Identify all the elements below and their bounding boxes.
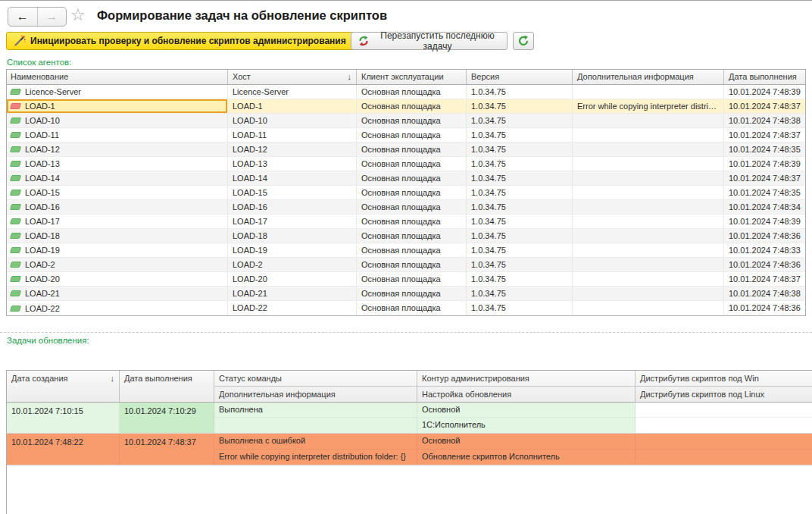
agent-row[interactable]: LOAD-22LOAD-22Основная площадка1.0.34.75… (7, 301, 805, 315)
column-header-name[interactable]: Наименование (7, 70, 228, 84)
agent-info-cell[interactable] (573, 85, 724, 99)
agent-name-cell[interactable]: LOAD-10 (7, 114, 228, 127)
task-status-cell[interactable]: Выполнена (214, 403, 417, 433)
agent-client-cell[interactable]: Основная площадка (357, 157, 467, 171)
task-row[interactable]: 10.01.2024 7:48:2210.01.2024 7:48:37Выпо… (7, 434, 812, 465)
task-executed-cell[interactable]: 10.01.2024 7:10:29 (120, 403, 214, 433)
agent-client-cell[interactable]: Основная площадка (357, 128, 467, 142)
agent-host-cell[interactable]: LOAD-16 (228, 200, 357, 214)
agent-date-cell[interactable]: 10.01.2024 7:48:37 (724, 272, 805, 286)
task-distrib-cell[interactable] (636, 434, 812, 465)
column-header-status-info[interactable]: Статус команды Дополнительная информация (214, 371, 417, 402)
agent-row[interactable]: LOAD-17LOAD-17Основная площадка1.0.34.75… (7, 215, 805, 229)
agent-row[interactable]: LOAD-10LOAD-10Основная площадка1.0.34.75… (7, 114, 805, 128)
agent-host-cell[interactable]: LOAD-19 (228, 243, 357, 257)
agent-client-cell[interactable]: Основная площадка (357, 186, 467, 199)
agent-host-cell[interactable]: LOAD-20 (228, 272, 357, 286)
agent-client-cell[interactable]: Основная площадка (357, 200, 467, 214)
agent-info-cell[interactable] (573, 229, 724, 243)
agent-version-cell[interactable]: 1.0.34.75 (467, 258, 573, 271)
agent-info-cell[interactable] (573, 157, 724, 171)
agent-name-cell[interactable]: LOAD-1 (7, 99, 228, 113)
agent-version-cell[interactable]: 1.0.34.75 (467, 243, 573, 257)
agent-version-cell[interactable]: 1.0.34.75 (467, 99, 573, 113)
column-header-executed[interactable]: Дата выполнения (120, 371, 214, 402)
agent-date-cell[interactable]: 10.01.2024 7:48:36 (724, 258, 805, 271)
agent-date-cell[interactable]: 10.01.2024 7:48:39 (724, 157, 805, 171)
agent-row[interactable]: LOAD-14LOAD-14Основная площадка1.0.34.75… (7, 171, 805, 186)
agent-host-cell[interactable]: LOAD-10 (228, 114, 357, 127)
agent-row[interactable]: LOAD-15LOAD-15Основная площадка1.0.34.75… (7, 186, 805, 200)
column-header-version[interactable]: Версия (467, 70, 573, 84)
agent-client-cell[interactable]: Основная площадка (357, 301, 467, 315)
agent-host-cell[interactable]: LOAD-17 (228, 215, 357, 228)
agent-client-cell[interactable]: Основная площадка (357, 99, 467, 113)
agent-client-cell[interactable]: Основная площадка (357, 229, 467, 243)
task-distrib-cell[interactable] (636, 403, 812, 433)
agent-client-cell[interactable]: Основная площадка (357, 258, 467, 271)
agent-version-cell[interactable]: 1.0.34.75 (467, 171, 573, 185)
init-update-button[interactable]: Инициировать проверку и обновление скрип… (6, 32, 354, 50)
agent-info-cell[interactable] (573, 200, 724, 214)
agent-info-cell[interactable] (573, 243, 724, 257)
agent-name-cell[interactable]: LOAD-14 (7, 171, 228, 185)
agent-name-cell[interactable]: LOAD-19 (7, 243, 228, 257)
column-header-client[interactable]: Клиент эксплуатации (357, 70, 467, 84)
splitter-handle[interactable] (0, 332, 812, 333)
agent-row[interactable]: LOAD-12LOAD-12Основная площадка1.0.34.75… (7, 143, 805, 157)
agent-host-cell[interactable]: LOAD-1 (228, 99, 357, 113)
agent-date-cell[interactable]: 10.01.2024 7:48:36 (724, 229, 805, 243)
agent-name-cell[interactable]: LOAD-18 (7, 229, 228, 243)
agent-version-cell[interactable]: 1.0.34.75 (467, 200, 573, 214)
agent-version-cell[interactable]: 1.0.34.75 (467, 143, 573, 156)
task-created-cell[interactable]: 10.01.2024 7:10:15 (7, 403, 120, 433)
agent-row[interactable]: LOAD-19LOAD-19Основная площадка1.0.34.75… (7, 243, 805, 258)
agent-row[interactable]: LOAD-16LOAD-16Основная площадка1.0.34.75… (7, 200, 805, 215)
agent-host-cell[interactable]: LOAD-21 (228, 287, 357, 300)
favorite-star-icon[interactable]: ☆ (70, 5, 86, 25)
refresh-button[interactable] (513, 32, 534, 50)
agent-name-cell[interactable]: LOAD-20 (7, 272, 228, 286)
agent-date-cell[interactable]: 10.01.2024 7:48:38 (724, 287, 805, 300)
agent-client-cell[interactable]: Основная площадка (357, 287, 467, 300)
restart-last-task-button[interactable]: Перезапустить последнюю задачу (351, 32, 508, 50)
agent-row[interactable]: LOAD-11LOAD-11Основная площадка1.0.34.75… (7, 128, 805, 143)
task-created-cell[interactable]: 10.01.2024 7:48:22 (7, 434, 120, 465)
agent-name-cell[interactable]: Licence-Server (7, 85, 228, 99)
agent-name-cell[interactable]: LOAD-12 (7, 143, 228, 156)
agent-date-cell[interactable]: 10.01.2024 7:48:39 (724, 85, 805, 99)
column-header-host[interactable]: Хост ↓ (228, 70, 357, 84)
agent-host-cell[interactable]: LOAD-22 (228, 301, 357, 315)
agent-info-cell[interactable] (573, 143, 724, 156)
agent-host-cell[interactable]: LOAD-2 (228, 258, 357, 271)
task-contour-cell[interactable]: ОсновнойОбновление скриптов Исполнитель (417, 434, 636, 465)
agent-client-cell[interactable]: Основная площадка (357, 85, 467, 99)
agent-client-cell[interactable]: Основная площадка (357, 215, 467, 228)
task-status-cell[interactable]: Выполнена с ошибкойError while copying i… (214, 434, 417, 465)
agent-date-cell[interactable]: 10.01.2024 7:48:37 (724, 128, 805, 142)
agent-date-cell[interactable]: 10.01.2024 7:48:38 (724, 114, 805, 127)
task-contour-cell[interactable]: Основной1С:Исполнитель (417, 403, 636, 433)
agent-host-cell[interactable]: LOAD-18 (228, 229, 357, 243)
agent-row[interactable]: LOAD-13LOAD-13Основная площадка1.0.34.75… (7, 157, 805, 171)
agent-version-cell[interactable]: 1.0.34.75 (467, 287, 573, 300)
agent-info-cell[interactable] (573, 186, 724, 199)
agent-name-cell[interactable]: LOAD-16 (7, 200, 228, 214)
column-header-created[interactable]: Дата создания ↓ (7, 371, 120, 402)
agent-name-cell[interactable]: LOAD-21 (7, 287, 228, 300)
agent-name-cell[interactable]: LOAD-15 (7, 186, 228, 199)
agent-info-cell[interactable] (573, 272, 724, 286)
agent-name-cell[interactable]: LOAD-22 (7, 301, 228, 315)
agent-info-cell[interactable] (573, 171, 724, 185)
agent-info-cell[interactable] (573, 258, 724, 271)
agent-name-cell[interactable]: LOAD-17 (7, 215, 228, 228)
agent-row[interactable]: LOAD-20LOAD-20Основная площадка1.0.34.75… (7, 272, 805, 287)
agent-version-cell[interactable]: 1.0.34.75 (467, 157, 573, 171)
agent-version-cell[interactable]: 1.0.34.75 (467, 114, 573, 127)
agent-date-cell[interactable]: 10.01.2024 7:48:39 (724, 215, 805, 228)
agent-name-cell[interactable]: LOAD-2 (7, 258, 228, 271)
agent-host-cell[interactable]: LOAD-13 (228, 157, 357, 171)
agent-client-cell[interactable]: Основная площадка (357, 143, 467, 156)
agent-date-cell[interactable]: 10.01.2024 7:48:36 (724, 301, 805, 315)
agent-version-cell[interactable]: 1.0.34.75 (467, 186, 573, 199)
